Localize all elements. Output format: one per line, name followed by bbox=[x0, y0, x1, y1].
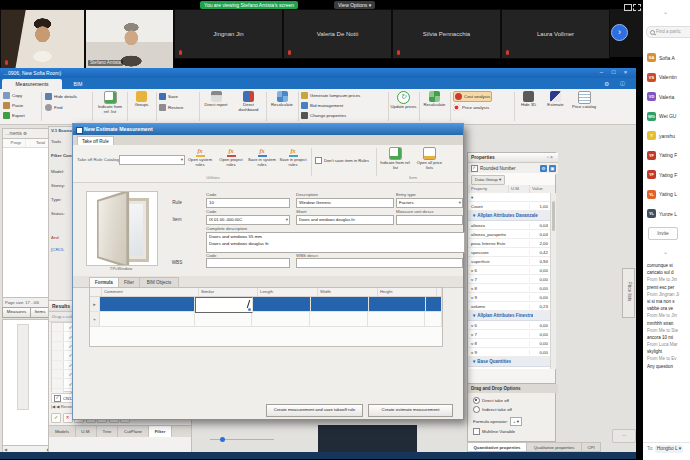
bid-management-button[interactable]: Bid management bbox=[301, 101, 343, 110]
and-operator[interactable]: And bbox=[51, 235, 59, 240]
multiline-variable-checkbox[interactable]: Multiline Variable bbox=[473, 428, 515, 435]
tab-quantitative-properties[interactable]: Quantitative properties bbox=[467, 442, 527, 452]
recalculate2-button[interactable]: Recalculate bbox=[421, 91, 448, 108]
participant-item[interactable]: WGWei GU bbox=[643, 107, 690, 127]
property-row[interactable]: AreaMetres bbox=[468, 367, 550, 369]
property-row[interactable]: superficie0,94 bbox=[468, 257, 550, 266]
create-measurement-button[interactable]: Create estimate measurement bbox=[368, 404, 453, 417]
tools-tab[interactable]: Tools bbox=[51, 139, 61, 144]
property-section[interactable]: ▾Allplan Attributes Finestra bbox=[468, 311, 550, 321]
first-record-icon[interactable]: |◀ bbox=[51, 404, 55, 409]
operator-select[interactable]: + ▾ bbox=[510, 417, 522, 426]
next-participants-button[interactable]: › bbox=[611, 24, 628, 41]
view-options-button[interactable]: View Options ▾ bbox=[334, 1, 375, 9]
pin-and-close-icons[interactable]: ▫ × bbox=[547, 153, 553, 162]
restore-button[interactable]: Restore bbox=[159, 103, 183, 112]
paste-button[interactable]: Paste bbox=[3, 101, 23, 110]
close-icon[interactable]: × bbox=[620, 68, 631, 78]
collapse-chevron-icon[interactable]: ⌄ bbox=[663, 9, 668, 15]
save-button[interactable]: Save bbox=[159, 92, 178, 101]
slider-handle[interactable] bbox=[220, 437, 225, 442]
data-group-chip[interactable]: Data Group ▾ bbox=[471, 175, 505, 185]
generate-prices-button[interactable]: Generate lumpsum prices bbox=[301, 91, 360, 100]
property-row[interactable]: v 80,00 bbox=[468, 339, 550, 348]
participant-tile[interactable]: Valeria De Notti bbox=[283, 9, 392, 59]
gear-icon[interactable]: ⚙ bbox=[604, 80, 609, 87]
tab-filter[interactable]: Filter bbox=[149, 426, 172, 437]
price-analysis-button[interactable]: Price analysis bbox=[453, 103, 489, 112]
copy-button[interactable]: Copy bbox=[3, 91, 22, 100]
tab-measurements[interactable]: Measurements bbox=[2, 79, 62, 89]
webcam-video[interactable] bbox=[0, 9, 85, 69]
properties-grid[interactable]: ▾ Count1,00 ▾Allplan Attributes Davanzal… bbox=[468, 193, 550, 369]
grid-row-selected[interactable]: ▸ bbox=[90, 297, 442, 312]
indicate-ref-button[interactable]: Indicate from ref. list bbox=[95, 91, 125, 115]
save-project-rules-button[interactable]: fx Save in project rules bbox=[278, 147, 308, 173]
export-icon[interactable]: ▣ bbox=[549, 165, 556, 172]
participant-item[interactable]: SASofia A bbox=[643, 48, 690, 68]
participant-item[interactable]: Yyanshu bbox=[643, 126, 690, 146]
tab-models[interactable]: Models bbox=[49, 426, 76, 437]
participant-tile[interactable]: Laura Vollmer bbox=[501, 9, 610, 59]
gear-icon[interactable]: ⚙ bbox=[540, 165, 547, 172]
filter-expression[interactable]: [CROL bbox=[51, 247, 64, 252]
chevron-down-icon[interactable]: ▾ bbox=[471, 195, 473, 200]
price-catalog-button[interactable]: Price catalog bbox=[570, 91, 598, 110]
property-row[interactable]: posa Interno Este2,00 bbox=[468, 239, 550, 248]
item-code-select[interactable]: IX.01.00.-000.00C bbox=[206, 215, 290, 225]
app-title-bar[interactable]: …0906, New Sofia Room) – □ × bbox=[0, 68, 636, 78]
direct-takeoff-radio[interactable]: Direct take off bbox=[473, 397, 509, 404]
find-button[interactable]: Find bbox=[45, 103, 63, 112]
fullscreen-icon[interactable] bbox=[633, 4, 641, 11]
zoom-slider[interactable] bbox=[210, 437, 274, 442]
grid-row-empty[interactable]: + bbox=[90, 312, 442, 327]
confirm-icon[interactable]: ✓ bbox=[51, 413, 61, 423]
column-progr[interactable]: Progr. bbox=[3, 139, 26, 147]
dont-save-checkbox[interactable]: Don't save item in Rules bbox=[315, 157, 369, 164]
property-row[interactable]: v 80,00 bbox=[468, 284, 550, 293]
property-row[interactable]: v 70,00 bbox=[468, 330, 550, 339]
participant-item[interactable]: VDValeria bbox=[643, 87, 690, 107]
hide-3d-button[interactable]: Hide 3D bbox=[516, 91, 541, 108]
open-all-price-lists-button[interactable]: Open all price lists bbox=[413, 147, 446, 173]
items-button[interactable]: Items bbox=[30, 307, 50, 318]
overflow-button[interactable]: ... bbox=[612, 429, 636, 443]
entry-type-select[interactable]: Factors bbox=[396, 198, 463, 208]
update-prices-button[interactable]: ↻Update prices bbox=[390, 91, 417, 110]
webcam-video-stefano[interactable]: Stefano Amista bbox=[85, 9, 174, 69]
property-row[interactable]: volume0,23 bbox=[468, 302, 550, 311]
participant-tile[interactable]: Jingnan Jin bbox=[174, 9, 283, 59]
wbs-code-field[interactable] bbox=[206, 258, 290, 268]
tab-qualitative-properties[interactable]: Qualitative properties bbox=[527, 442, 582, 452]
property-row[interactable]: ▾ bbox=[468, 193, 550, 202]
open-system-rules-button[interactable]: fx Open system rules bbox=[185, 147, 215, 173]
participant-item[interactable]: YLYunze L bbox=[643, 204, 690, 224]
property-row[interactable]: altezza0,04 bbox=[468, 221, 550, 230]
tab-tree[interactable]: Tree bbox=[97, 426, 118, 437]
recipient-pill[interactable]: Hongbo L ▾ bbox=[655, 445, 683, 453]
participant-tile[interactable]: Silvia Pennacchia bbox=[392, 9, 501, 59]
direct-report-button[interactable]: Direct report bbox=[201, 91, 231, 108]
rounded-number-checkbox[interactable]: ✓ bbox=[471, 165, 478, 172]
measures-button[interactable]: Measures bbox=[2, 307, 31, 318]
hide-details-button[interactable]: Hide details bbox=[45, 92, 77, 101]
tab-bim[interactable]: BIM bbox=[66, 79, 90, 89]
property-row[interactable]: v 60,00 bbox=[468, 321, 550, 330]
prev-record-icon[interactable]: ◀ bbox=[56, 404, 59, 409]
gallery-view-icon[interactable] bbox=[624, 4, 632, 11]
dialog-indicate-ref-button[interactable]: Indicate from ref. list bbox=[380, 147, 411, 173]
gear-icon[interactable]: ⚙ bbox=[23, 131, 27, 136]
minimize-icon[interactable]: – bbox=[596, 68, 607, 78]
cancel-icon[interactable]: ✕ bbox=[63, 413, 73, 423]
groups-button[interactable]: Groups bbox=[129, 91, 154, 108]
chat-recipient-row[interactable]: To: Hongbo L ▾ bbox=[643, 442, 690, 455]
price-lists-side-tab[interactable]: Price lists bbox=[622, 268, 635, 318]
property-section[interactable]: ▾Allplan Attributes Davanzale bbox=[468, 211, 550, 221]
item-short-field[interactable]: Doors and windows douglas fir bbox=[296, 215, 394, 225]
participant-item[interactable]: YLYating L bbox=[643, 185, 690, 205]
tab-cpi[interactable]: CPI bbox=[582, 442, 601, 452]
checkbox[interactable]: ✓ bbox=[54, 395, 61, 402]
maximize-icon[interactable]: □ bbox=[608, 68, 619, 78]
property-row[interactable]: v 60,00 bbox=[468, 266, 550, 275]
help-icon[interactable]: ⓘ bbox=[620, 80, 625, 86]
